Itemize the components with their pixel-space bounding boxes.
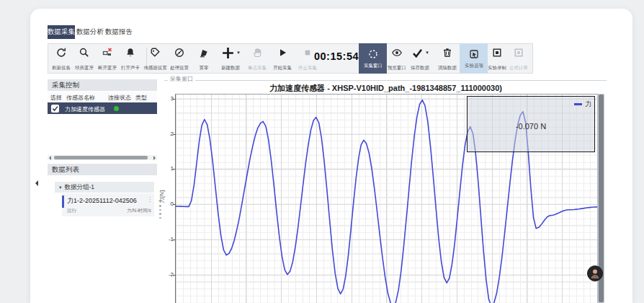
- status-dot: [114, 106, 119, 111]
- data-list-panel-header: 数据列表: [48, 164, 157, 175]
- play-icon: [277, 46, 288, 59]
- legend-swatch: [574, 103, 582, 105]
- scrollbar-thumb[interactable]: [54, 156, 148, 159]
- bluetooth-disconnect-icon: [102, 46, 113, 59]
- button-label: 清除数据: [438, 64, 457, 71]
- formula-calc-button[interactable]: 公式计算: [504, 45, 533, 72]
- groupbox-border: [164, 80, 607, 81]
- item-axes-label: 力/N-时间/s: [127, 207, 151, 214]
- button-label: 保存数据: [411, 64, 429, 71]
- panel-title: 数据列表: [52, 165, 79, 175]
- col-type: 类型: [135, 94, 147, 102]
- item-accent-bar: [62, 196, 64, 208]
- y-tick-mark: [173, 240, 176, 240]
- y-tick-mark: [173, 204, 176, 205]
- chart-title: 力加速度传感器 - XHSP-V10HID_path_-1981348857_1…: [175, 83, 596, 94]
- splitter-handle[interactable]: [159, 205, 161, 221]
- sensor-row[interactable]: 力加速度传感器 USB: [48, 102, 157, 114]
- button-label: 公式计算: [509, 64, 528, 71]
- chevron-down-icon[interactable]: ▾: [59, 185, 62, 190]
- data-group-row[interactable]: ▾ 数据分组-1: [55, 182, 154, 193]
- clear-data-button[interactable]: 清除数据: [433, 45, 462, 72]
- plus-icon: ▾: [221, 46, 240, 59]
- col-sensor-name: 传感器名称: [66, 94, 95, 102]
- zero-button[interactable]: 置零: [191, 45, 217, 72]
- search-icon: [79, 46, 90, 59]
- sensor-checkbox[interactable]: [51, 105, 59, 113]
- scroll-right-icon[interactable]: [153, 156, 156, 160]
- caret-down-icon[interactable]: ▾: [426, 50, 429, 56]
- sensor-tag-icon: [149, 46, 161, 59]
- panel-title: 采集控制: [52, 81, 79, 90]
- tab-label: 数据采集: [48, 27, 75, 37]
- experiment-options-icon: [468, 48, 480, 61]
- button-label: 处理设置: [170, 64, 189, 71]
- tab-data-analysis[interactable]: 数据分析: [76, 25, 104, 39]
- tab-label: 数据报告: [105, 27, 133, 37]
- new-data-button[interactable]: ▾ 新建数据: [215, 45, 246, 72]
- y-tick-mark: [173, 134, 176, 135]
- y-tick-label: 3: [152, 95, 174, 102]
- bell-icon: [125, 46, 136, 59]
- save-data-button[interactable]: ▾ 保存数据: [404, 45, 436, 72]
- data-list-item[interactable]: 力1-2-20251112-042506 ⋮ 运行 力/N-时间/s: [62, 193, 154, 216]
- caret-down-icon[interactable]: ▾: [237, 50, 240, 56]
- eye-icon: [391, 46, 403, 59]
- y-tick-mark: [173, 99, 176, 100]
- trash-icon: [442, 46, 453, 59]
- button-label: 打开声卡: [121, 64, 140, 71]
- button-label: 单点采集: [248, 64, 267, 71]
- button-label: 采集窗口: [364, 62, 383, 69]
- item-status: 运行: [67, 207, 76, 214]
- refresh-icon: [55, 46, 67, 59]
- y-tick-mark: [173, 169, 176, 170]
- button-label: 断开蓝牙: [98, 64, 117, 71]
- button-label: 经典蓝牙: [75, 64, 94, 71]
- item-title: 力1-2-20251112-042506: [67, 196, 137, 206]
- y-tick-label: 2: [152, 131, 174, 137]
- tab-label: 数据分析: [76, 27, 104, 37]
- selection-value-label: -0.070 N: [516, 122, 546, 131]
- y-tick-label: -1: [152, 236, 174, 242]
- capture-control-panel-header: 采集控制: [48, 79, 157, 91]
- app-root: 数据采集 数据分析 数据报告 刷新设备 经典蓝牙 断开蓝牙 打开声卡 传感器设置…: [0, 0, 644, 303]
- tab-data-report[interactable]: 数据报告: [105, 25, 133, 39]
- col-select: 选择: [50, 94, 62, 102]
- record-window-icon: [491, 46, 503, 59]
- y-tick-mark: [173, 275, 176, 276]
- person-icon: [589, 267, 601, 280]
- button-label: 停止采集: [298, 64, 317, 71]
- groupbox-label: 采集窗口: [168, 75, 195, 83]
- button-label: 置零: [200, 64, 209, 71]
- chart-legend: 力: [574, 100, 591, 109]
- scroll-left-icon[interactable]: [49, 156, 51, 160]
- hand-icon: [251, 46, 263, 59]
- single-point-capture-button[interactable]: 单点采集: [243, 45, 272, 72]
- stop-icon: [302, 46, 313, 59]
- col-conn-status: 连接状态: [108, 94, 131, 102]
- button-label: 实验选项: [465, 62, 483, 69]
- y-tick-label: -2: [152, 271, 174, 278]
- sensor-table-header: 选择 传感器名称 连接状态 类型: [48, 92, 157, 102]
- avatar[interactable]: [587, 265, 603, 281]
- tab-data-capture[interactable]: 数据采集: [48, 25, 75, 39]
- zero-flag-icon: [198, 46, 210, 59]
- capture-timer: 00:15:54: [313, 50, 359, 62]
- button-label: 开始采集: [273, 64, 292, 71]
- y-tick-label: 0: [152, 201, 174, 207]
- formula-icon: [513, 46, 524, 59]
- collapse-panel-icon[interactable]: [35, 180, 38, 186]
- chart-plot-area[interactable]: 3210-1-2 -0.070 N 力: [175, 94, 598, 303]
- button-label: 刷新设备: [52, 64, 71, 71]
- dial-icon: [174, 46, 185, 59]
- legend-label: 力: [585, 100, 591, 109]
- dashed-circle-icon: [367, 48, 379, 61]
- sensor-name: 力加速度传感器: [65, 105, 105, 113]
- button-label: 新建数据: [221, 64, 240, 71]
- data-group-label: 数据分组-1: [65, 183, 95, 192]
- check-icon: ▾: [411, 46, 429, 59]
- horizontal-scrollbar[interactable]: [48, 155, 157, 160]
- start-capture-button[interactable]: 开始采集: [268, 45, 297, 72]
- y-tick-label: 1: [152, 165, 174, 172]
